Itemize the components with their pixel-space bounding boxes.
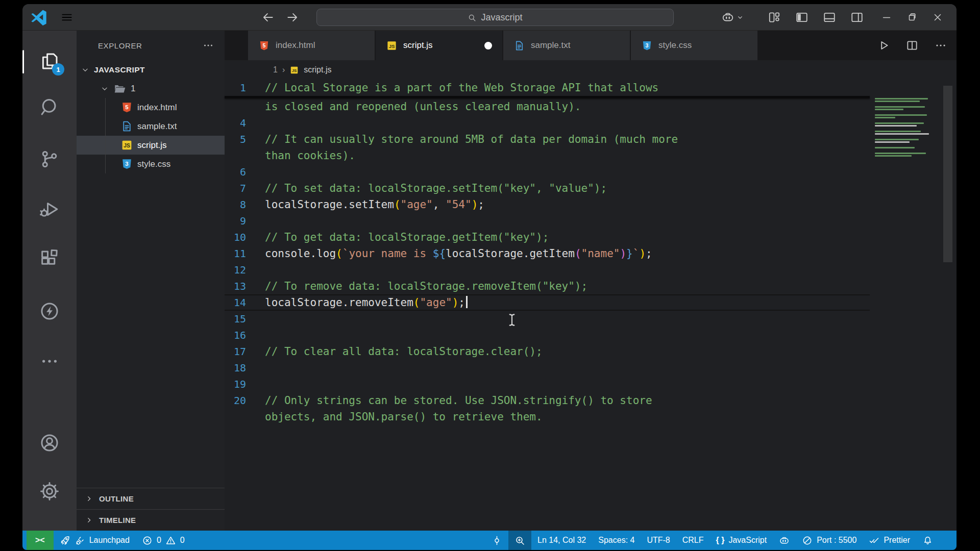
source-control-icon[interactable] <box>38 148 61 170</box>
minimap-line <box>875 133 929 135</box>
cursor-position[interactable]: Ln 14, Col 32 <box>531 531 592 550</box>
line-number: 6 <box>229 164 246 180</box>
split-editor-button[interactable] <box>905 39 919 52</box>
warning-triangle-icon <box>165 535 176 546</box>
code-line-4[interactable]: 4 <box>225 115 870 131</box>
extensions-icon[interactable] <box>38 246 61 269</box>
txt-file-icon <box>513 40 525 52</box>
encoding[interactable]: UTF-8 <box>641 531 676 550</box>
title-bar: Javascript <box>22 4 957 31</box>
copilot-button[interactable] <box>721 11 744 24</box>
code-line-19[interactable]: 19 <box>225 376 870 392</box>
code-editor[interactable]: 1// Local Storage is a part of the Web S… <box>225 80 957 531</box>
explorer-icon[interactable]: 1 <box>38 50 61 72</box>
code-line-18[interactable]: 18 <box>225 360 870 376</box>
status-text: Prettier <box>884 536 910 545</box>
minimap-line <box>875 139 919 140</box>
code-line-11[interactable]: 11console.log(`your name is ${localStora… <box>225 245 870 262</box>
back-button[interactable] <box>261 11 275 24</box>
workspace-section-JAVASCRIPT[interactable]: JAVASCRIPT <box>77 60 225 79</box>
toggle-primary-sidebar-button[interactable] <box>795 11 808 24</box>
maximize-button[interactable] <box>906 12 918 23</box>
breadcrumb-file[interactable]: script.js <box>304 65 331 74</box>
launchpad-icon[interactable] <box>38 300 61 322</box>
run-button[interactable] <box>877 39 890 52</box>
customize-layout-button[interactable] <box>768 11 781 24</box>
line-number: 19 <box>229 376 246 392</box>
code-line-20[interactable]: 20// Only strings can be stored. Use JSO… <box>225 392 870 409</box>
code-line-10[interactable]: 10// To get data: localStorage.getItem("… <box>225 229 870 245</box>
code-line-6[interactable]: 6 <box>225 164 870 180</box>
launchpad-status[interactable]: Launchpad <box>54 531 136 550</box>
copilot-status[interactable] <box>773 531 796 550</box>
zoom-indicator[interactable] <box>508 531 531 550</box>
code-text: // To remove data: localStorage.removeIt… <box>265 278 587 294</box>
code-line-12[interactable]: 12 <box>225 262 870 278</box>
code-line-14[interactable]: 14localStorage.removeItem("age"); <box>225 294 870 311</box>
code-line-7[interactable]: 7// To set data: localStorage.setItem("k… <box>225 180 870 196</box>
html-file-icon: 5 <box>120 101 133 114</box>
code-line-wrap[interactable]: than cookies). <box>225 147 870 164</box>
code-line-1[interactable]: 1// Local Storage is a part of the Web S… <box>225 80 870 96</box>
svg-text:3: 3 <box>646 42 649 48</box>
problems[interactable]: 00 <box>136 531 191 550</box>
prettier-status[interactable]: Prettier <box>863 531 916 550</box>
language-mode[interactable]: { }JavaScript <box>710 531 773 550</box>
forward-button[interactable] <box>286 11 299 24</box>
minimap-line <box>875 106 925 108</box>
minimize-button[interactable] <box>881 12 892 23</box>
tree-file-style.css[interactable]: 3style.css <box>77 155 225 173</box>
live-server-port[interactable]: Port : 5500 <box>796 531 863 550</box>
code-text: // It can usually store around 5MB of da… <box>265 131 678 147</box>
ports-indicator[interactable] <box>485 531 508 550</box>
file-label: sample.txt <box>137 121 177 132</box>
code-line-13[interactable]: 13// To remove data: localStorage.remove… <box>225 278 870 294</box>
search-icon[interactable] <box>38 96 61 118</box>
editor-scrollbar[interactable] <box>942 80 953 531</box>
tree-folder-1[interactable]: 1 <box>77 79 225 98</box>
notifications[interactable] <box>916 531 939 550</box>
tab-style.css[interactable]: 3style.css <box>631 31 757 60</box>
svg-text:JS: JS <box>124 143 130 148</box>
code-line-17[interactable]: 17// To clear all data: localStorage.cle… <box>225 343 870 360</box>
close-button[interactable] <box>932 12 943 23</box>
code-line-wrap[interactable]: objects, and JSON.parse() to retrieve th… <box>225 409 870 425</box>
code-text: // To clear all data: localStorage.clear… <box>265 343 543 360</box>
code-text: // Local Storage is a part of the Web St… <box>265 80 658 96</box>
toggle-panel-button[interactable] <box>823 11 836 24</box>
menu-icon[interactable] <box>60 11 74 24</box>
tree-file-sample.txt[interactable]: sample.txt <box>77 117 225 136</box>
code-line-wrap[interactable]: is closed and reopened (unless cleared m… <box>225 98 870 115</box>
code-text: // To get data: localStorage.getItem("ke… <box>265 229 549 245</box>
remote-indicator[interactable]: >< <box>27 531 54 550</box>
minimap[interactable] <box>870 80 937 531</box>
indentation[interactable]: Spaces: 4 <box>592 531 641 550</box>
breadcrumb-folder[interactable]: 1 <box>273 65 278 74</box>
plug-icon <box>75 535 85 546</box>
code-line-8[interactable]: 8localStorage.setItem("age", "54"); <box>225 196 870 213</box>
js-file-icon: JS <box>386 40 398 52</box>
tab-sample.txt[interactable]: sample.txt <box>503 31 630 60</box>
tab-script.js[interactable]: JSscript.js <box>376 31 502 60</box>
search-label: Javascript <box>481 12 522 23</box>
code-line-16[interactable]: 16 <box>225 327 870 343</box>
tree-file-script.js[interactable]: JSscript.js <box>77 136 225 155</box>
svg-text:5: 5 <box>263 42 266 48</box>
toggle-secondary-sidebar-button[interactable] <box>850 11 864 24</box>
panel-timeline[interactable]: TIMELINE <box>77 509 225 531</box>
code-line-15[interactable]: 15 <box>225 311 870 327</box>
code-line-9[interactable]: 9 <box>225 213 870 229</box>
settings-icon[interactable] <box>38 480 61 503</box>
more-views-icon[interactable] <box>38 350 61 372</box>
code-line-5[interactable]: 5// It can usually store around 5MB of d… <box>225 131 870 147</box>
panel-outline[interactable]: OUTLINE <box>77 488 225 509</box>
tree-file-index.html[interactable]: 5index.html <box>77 98 225 117</box>
error-circle-icon <box>142 535 153 546</box>
eol[interactable]: CRLF <box>676 531 710 550</box>
tab-index.html[interactable]: 5index.html <box>248 31 375 60</box>
more-actions-button[interactable] <box>934 39 947 52</box>
explorer-more-actions[interactable] <box>202 39 214 52</box>
accounts-icon[interactable] <box>38 432 61 454</box>
run-debug-icon[interactable] <box>38 198 61 220</box>
command-center-search[interactable]: Javascript <box>316 9 674 26</box>
